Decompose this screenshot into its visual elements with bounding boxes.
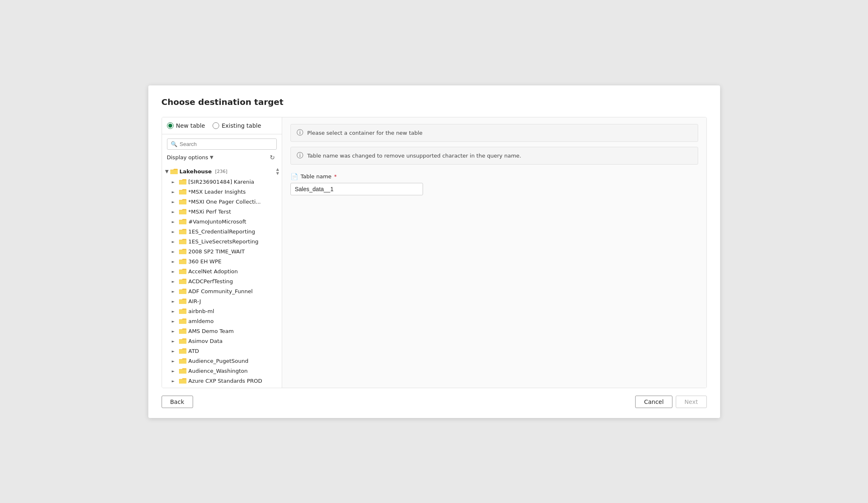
tree-item-label: AMS Demo Team bbox=[189, 328, 234, 334]
tree-item[interactable]: ► Azure CXP Standards PROD bbox=[162, 376, 282, 386]
svg-rect-1 bbox=[170, 170, 178, 174]
banner1-text: Please select a container for the new ta… bbox=[307, 130, 423, 136]
tree-item[interactable]: ► 360 EH WPE bbox=[162, 257, 282, 267]
tree-container[interactable]: ▼ Lakehouse [236] ▲ ▼ bbox=[162, 165, 282, 388]
tree-item-label: Asimov Data bbox=[189, 338, 223, 344]
refresh-button[interactable]: ↻ bbox=[268, 153, 277, 162]
search-input[interactable] bbox=[180, 141, 273, 147]
svg-rect-37 bbox=[179, 350, 186, 354]
chevron-right-icon: ► bbox=[172, 339, 177, 343]
dialog-container: Choose destination target New table Exis… bbox=[148, 85, 720, 418]
folder-icon bbox=[179, 298, 186, 305]
folder-icon bbox=[179, 347, 186, 355]
folder-icon bbox=[179, 218, 186, 226]
up-arrow-icon: ▲ bbox=[276, 168, 279, 171]
tree-item[interactable]: ► 1ES_LiveSecretsReporting bbox=[162, 237, 282, 247]
svg-rect-3 bbox=[179, 180, 186, 185]
tree-item[interactable]: ► 1ES_CredentialReporting bbox=[162, 227, 282, 237]
chevron-right-icon: ► bbox=[172, 289, 177, 294]
tree-item[interactable]: ► airbnb-ml bbox=[162, 306, 282, 316]
chevron-right-icon: ► bbox=[172, 369, 177, 373]
chevron-right-icon: ► bbox=[172, 279, 177, 284]
radio-new-table-input[interactable] bbox=[167, 122, 174, 129]
info-banner-select-container: ⓘ Please select a container for the new … bbox=[290, 124, 698, 142]
folder-icon bbox=[179, 258, 186, 265]
svg-rect-31 bbox=[179, 320, 186, 324]
folder-icon bbox=[179, 357, 186, 365]
tree-root-row: ▼ Lakehouse [236] ▲ ▼ bbox=[162, 166, 282, 177]
display-options-row: Display options ▼ ↻ bbox=[162, 151, 282, 165]
svg-rect-39 bbox=[179, 360, 186, 364]
tree-item[interactable]: ► 2008 SP2 TIME_WAIT bbox=[162, 247, 282, 257]
svg-rect-25 bbox=[179, 290, 186, 294]
tree-item[interactable]: ► *MSX Leader Insights bbox=[162, 187, 282, 197]
tree-item[interactable]: ► AIR-J bbox=[162, 296, 282, 306]
tree-item[interactable]: ► amldemo bbox=[162, 316, 282, 326]
chevron-right-icon: ► bbox=[172, 250, 177, 254]
tree-item[interactable]: ► *MSXI One Pager Collecti... bbox=[162, 197, 282, 207]
svg-rect-5 bbox=[179, 190, 186, 194]
left-panel: New table Existing table 🔍 Display optio… bbox=[162, 117, 282, 388]
radio-new-table[interactable]: New table bbox=[167, 122, 205, 129]
display-options-label[interactable]: Display options bbox=[167, 154, 208, 160]
banner2-text: Table name was changed to remove unsuppo… bbox=[307, 153, 521, 159]
tree-item-label: [SIR236901484] Karenia bbox=[189, 179, 254, 185]
tree-item[interactable]: ► Audience_PugetSound bbox=[162, 356, 282, 366]
chevron-right-icon: ► bbox=[172, 270, 177, 274]
svg-rect-27 bbox=[179, 300, 186, 304]
search-box: 🔍 bbox=[167, 139, 277, 150]
radio-existing-table-label: Existing table bbox=[222, 122, 261, 129]
tree-item[interactable]: ► *MSXi Perf Terst bbox=[162, 207, 282, 217]
svg-rect-29 bbox=[179, 310, 186, 314]
folder-icon bbox=[179, 308, 186, 315]
svg-rect-7 bbox=[179, 200, 186, 204]
folder-icon bbox=[179, 228, 186, 236]
tree-item[interactable]: ► Asimov Data bbox=[162, 336, 282, 346]
tree-item[interactable]: ► [SIR236901484] Karenia bbox=[162, 177, 282, 187]
cancel-button[interactable]: Cancel bbox=[635, 396, 672, 408]
back-button[interactable]: Back bbox=[162, 396, 193, 408]
tree-root-lakehouse[interactable]: ▼ Lakehouse [236] bbox=[162, 166, 276, 177]
svg-rect-21 bbox=[179, 270, 186, 274]
tree-item[interactable]: ► ATD bbox=[162, 346, 282, 356]
svg-rect-17 bbox=[179, 250, 186, 254]
tree-item[interactable]: ► Audience_Washington bbox=[162, 366, 282, 376]
warning-banner-table-name: ⓘ Table name was changed to remove unsup… bbox=[290, 147, 698, 165]
chevron-right-icon: ► bbox=[172, 220, 177, 224]
down-arrow-icon: ▼ bbox=[276, 172, 279, 175]
info-icon-2: ⓘ bbox=[297, 151, 303, 160]
tree-item[interactable]: ► ADF Community_Funnel bbox=[162, 287, 282, 296]
chevron-right-icon: ► bbox=[172, 379, 177, 383]
svg-rect-11 bbox=[179, 220, 186, 224]
tree-root-label: Lakehouse bbox=[179, 168, 212, 175]
scroll-arrows: ▲ ▼ bbox=[276, 168, 279, 175]
radio-group: New table Existing table bbox=[162, 122, 282, 134]
folder-icon bbox=[179, 198, 186, 206]
tree-item[interactable]: ► ACDCPerfTesting bbox=[162, 277, 282, 287]
tree-root-badge: [236] bbox=[215, 169, 227, 174]
chevron-right-icon: ► bbox=[172, 299, 177, 304]
dialog-title: Choose destination target bbox=[162, 97, 707, 107]
tree-item-label: ACDCPerfTesting bbox=[189, 278, 233, 284]
folder-icon bbox=[179, 377, 186, 385]
folder-icon bbox=[179, 318, 186, 325]
tree-item-label: ATD bbox=[189, 348, 199, 354]
radio-existing-table-input[interactable] bbox=[213, 122, 219, 129]
tree-item[interactable]: ► AccelNet Adoption bbox=[162, 267, 282, 277]
svg-rect-15 bbox=[179, 240, 186, 244]
next-button[interactable]: Next bbox=[676, 396, 707, 408]
folder-icon bbox=[179, 188, 186, 196]
tree-item-label: 2008 SP2 TIME_WAIT bbox=[189, 248, 245, 255]
radio-existing-table[interactable]: Existing table bbox=[213, 122, 261, 129]
chevron-down-icon: ▼ bbox=[210, 155, 213, 160]
tree-item-label: AccelNet Adoption bbox=[189, 268, 238, 275]
folder-icon bbox=[179, 338, 186, 345]
folder-icon-root bbox=[170, 168, 178, 175]
dialog-body: New table Existing table 🔍 Display optio… bbox=[162, 117, 707, 388]
tree-item-label: amldemo bbox=[189, 318, 214, 324]
tree-item[interactable]: ► #VamoJuntoMicrosoft bbox=[162, 217, 282, 227]
folder-icon bbox=[179, 278, 186, 285]
right-panel: ⓘ Please select a container for the new … bbox=[282, 117, 706, 388]
tree-item[interactable]: ► AMS Demo Team bbox=[162, 326, 282, 336]
table-name-input[interactable] bbox=[290, 183, 423, 195]
